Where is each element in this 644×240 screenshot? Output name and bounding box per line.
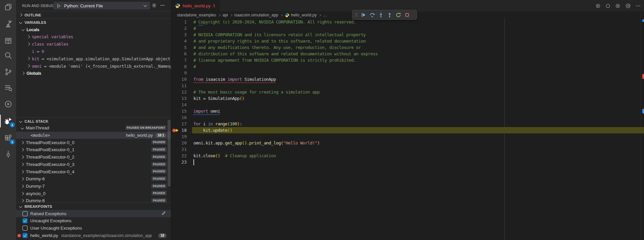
activity-item-run-circle[interactable] — [0, 97, 16, 111]
variables-row[interactable]: class variables — [16, 41, 171, 48]
activity-item-extensions[interactable]: 1 — [0, 131, 16, 145]
tab-hello-world[interactable]: hello_world.py 1 — [172, 0, 220, 11]
line-number[interactable]: 7 — [172, 57, 187, 63]
call-stack-row[interactable]: asyncio_0PAUSED — [16, 190, 171, 197]
breadcrumb-item[interactable]: api — [223, 13, 228, 17]
code-area[interactable]: 1# Copyright (c) 2020-2024, NVIDIA CORPO… — [172, 19, 644, 240]
line-number[interactable]: 14 — [172, 102, 187, 108]
variables-row[interactable]: special variables — [16, 33, 171, 41]
breakpoint-hit-icon[interactable] — [172, 128, 180, 133]
run-python-file-button[interactable] — [624, 2, 632, 10]
line-number[interactable]: 16 — [172, 114, 187, 121]
line-number[interactable]: 8 — [172, 63, 187, 70]
variables-row[interactable]: kit = <simulation_app.simulation_app.Sim… — [16, 55, 171, 62]
breakpoint-row[interactable]: Raised Exceptions — [16, 210, 171, 217]
line-number[interactable]: 11 — [172, 82, 187, 89]
variables-row[interactable]: omni = <module 'omni' (<_frozen_importli… — [16, 62, 171, 70]
more-actions-button[interactable] — [634, 2, 642, 10]
debug-settings-button[interactable] — [150, 1, 158, 9]
breadcrumb-item[interactable]: … — [323, 13, 327, 17]
restart-button[interactable] — [394, 10, 403, 19]
line-number[interactable]: 13 — [172, 95, 187, 102]
line-number[interactable]: 15 — [172, 108, 187, 114]
line-number[interactable]: 5 — [172, 44, 187, 51]
line-number[interactable]: 23 — [172, 159, 187, 165]
step-into-button[interactable] — [376, 10, 385, 19]
line-number[interactable]: 10 — [172, 76, 187, 82]
code-line[interactable]: 16 — [172, 114, 644, 121]
code-line[interactable]: 5# and any modifications thereto. Any us… — [172, 44, 644, 51]
breakpoints-section-header[interactable]: BREAKPOINTS — [16, 202, 171, 210]
code-line[interactable]: 6# distribution of this software and rel… — [172, 51, 644, 57]
breakpoint-row[interactable]: Uncaught Exceptions — [16, 217, 171, 225]
activity-item-robot-arm[interactable] — [0, 17, 16, 31]
code-line[interactable]: 8# — [172, 63, 644, 70]
toolbar-drag-handle[interactable] — [354, 10, 359, 19]
step-out-button[interactable] — [385, 10, 394, 19]
line-number[interactable]: 19 — [172, 133, 187, 140]
code-line[interactable]: 3# NVIDIA CORPORATION and its licensors … — [172, 32, 644, 38]
line-number[interactable]: 20 — [172, 140, 187, 146]
breakpoint-checkbox[interactable] — [22, 226, 28, 231]
breakpoint-checkbox[interactable] — [22, 211, 28, 216]
line-number[interactable]: 3 — [172, 32, 187, 38]
overview-ruler[interactable] — [641, 11, 644, 240]
code-line[interactable]: 4# and proprietary rights in and to this… — [172, 38, 644, 44]
call-stack-row[interactable]: ThreadPoolExecutor-0_3PAUSED — [16, 161, 171, 168]
code-line[interactable]: 12# The most basic usage for creating a … — [172, 89, 644, 95]
line-number[interactable]: 17 — [172, 121, 187, 127]
activity-item-search[interactable] — [0, 48, 16, 62]
activity-item-source-control[interactable] — [0, 65, 16, 79]
line-number[interactable]: 22 — [172, 153, 187, 159]
code-line[interactable]: 18 kit.update() — [172, 127, 644, 133]
step-over-button[interactable] — [368, 10, 376, 19]
call-stack-section-header[interactable]: CALL STACK — [16, 117, 171, 125]
call-stack-row[interactable]: ThreadPoolExecutor-0_4PAUSED — [16, 168, 171, 175]
line-number[interactable]: 12 — [172, 89, 187, 95]
sidebar-scrollbar[interactable] — [168, 120, 171, 186]
stop-button[interactable] — [403, 10, 411, 19]
outline-section-header[interactable]: OUTLINE — [16, 11, 171, 18]
breakpoint-checkbox[interactable] — [22, 218, 28, 223]
debug-config-dropdown[interactable]: Python: Current File — [53, 2, 150, 10]
call-stack-row[interactable]: Dummy-6PAUSED — [16, 175, 171, 183]
call-stack-row[interactable]: ThreadPoolExecutor-0_1PAUSED — [16, 146, 171, 154]
continue-button[interactable] — [359, 10, 368, 19]
code-line[interactable]: 7# license agreement from NVIDIA CORPORA… — [172, 57, 644, 63]
call-stack-row[interactable]: Dummy-8PAUSED — [16, 197, 171, 202]
call-stack-row[interactable]: ThreadPoolExecutor-0_0PAUSED — [16, 139, 171, 146]
code-line[interactable]: 13kit = SimulationApp() — [172, 95, 644, 102]
breadcrumb-item[interactable]: standalone_examples — [177, 13, 216, 17]
call-stack-row[interactable]: Dummy-7PAUSED — [16, 183, 171, 190]
call-stack-row[interactable]: ThreadPoolExecutor-0_2PAUSED — [16, 154, 171, 161]
code-line[interactable]: 14 — [172, 102, 644, 108]
code-line[interactable]: 2# — [172, 25, 644, 32]
code-line[interactable]: 11 — [172, 82, 644, 89]
breadcrumb-item[interactable]: isaacsim.simulation_app — [234, 13, 278, 17]
code-line[interactable]: 10from isaacsim import SimulationApp — [172, 76, 644, 82]
call-stack-row[interactable]: <module>hello_world.py18:1 — [16, 132, 171, 139]
line-number[interactable]: 21 — [172, 146, 187, 153]
call-stack-row[interactable]: MainThreadPAUSED ON BREAKPOINT — [16, 124, 171, 132]
code-line[interactable]: 20omni.kit.app.get_app().print_and_log("… — [172, 140, 644, 146]
activity-item-pages[interactable] — [0, 0, 16, 14]
line-number[interactable]: 1 — [172, 19, 187, 25]
variables-section-header[interactable]: VARIABLES — [16, 18, 171, 26]
variables-row[interactable]: Locals — [16, 26, 171, 33]
line-number[interactable]: 9 — [172, 70, 187, 76]
line-number[interactable]: 4 — [172, 38, 187, 44]
views-more-actions-button[interactable] — [158, 1, 167, 9]
activity-item-plug[interactable] — [0, 147, 16, 161]
variables-row[interactable]: Globals — [16, 70, 171, 77]
code-line[interactable]: 22kit.close() # Cleanup application — [172, 153, 644, 159]
line-number[interactable]: 2 — [172, 25, 187, 32]
activity-item-list-tree[interactable] — [0, 80, 16, 95]
activity-item-documentation[interactable] — [0, 34, 16, 48]
code-line[interactable]: 19 — [172, 133, 644, 140]
breadcrumb-item[interactable]: hello_world.py — [291, 13, 317, 17]
code-line[interactable]: 23 — [172, 159, 644, 165]
navigate-forward-button[interactable] — [614, 2, 622, 10]
circle-button[interactable] — [604, 2, 612, 10]
variables-row[interactable]: i = 0 — [16, 48, 171, 55]
code-line[interactable]: 21 — [172, 146, 644, 153]
